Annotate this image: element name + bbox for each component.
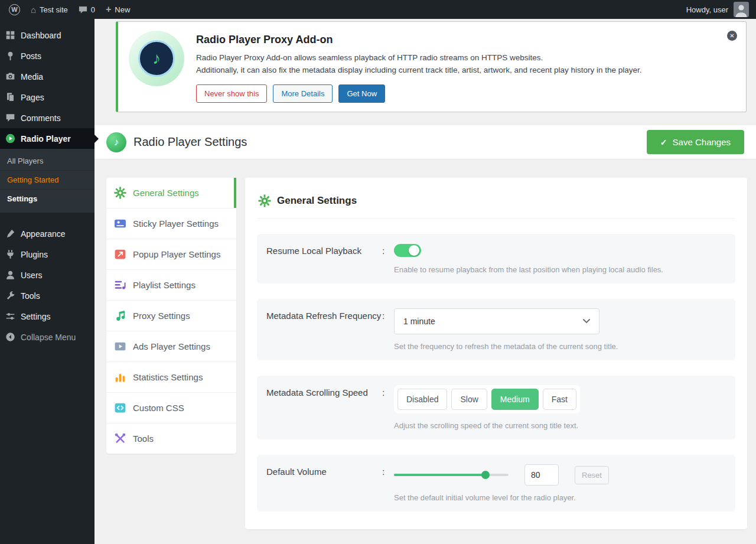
more-details-button[interactable]: More Details — [273, 84, 333, 103]
new-label: New — [115, 5, 130, 14]
sidebar-item-comments[interactable]: Comments — [0, 108, 94, 128]
never-show-button[interactable]: Never show this — [196, 84, 267, 103]
nav-label: Ads Player Settings — [133, 341, 210, 353]
sidebar-item-label: Comments — [21, 113, 61, 123]
nav-label: Sticky Player Settings — [133, 218, 219, 230]
pushpin-icon — [5, 51, 15, 61]
setting-label: Metadata Scrolling Speed — [266, 385, 382, 398]
setting-description: Adjust the scrolling speed of the curren… — [394, 421, 726, 430]
chevron-down-icon — [583, 319, 590, 324]
nav-playlist-settings[interactable]: Playlist Settings — [106, 270, 236, 301]
sidebar-item-label: Appearance — [21, 229, 66, 239]
nav-statistics-settings[interactable]: Statistics Settings — [106, 362, 236, 393]
nav-sticky-player-settings[interactable]: Sticky Player Settings — [106, 209, 236, 239]
sidebar-item-label: Plugins — [21, 250, 48, 259]
setting-description: Enable to resume playback from the last … — [394, 265, 726, 274]
notice-title: Radio Player Proxy Add-on — [196, 34, 642, 46]
speed-slow-button[interactable]: Slow — [451, 389, 487, 410]
sidebar-item-label: Collapse Menu — [21, 333, 76, 342]
nav-popup-player-settings[interactable]: Popup Player Settings — [106, 239, 236, 270]
sidebar-item-dashboard[interactable]: Dashboard — [0, 25, 94, 45]
panel-title: General Settings — [277, 195, 357, 207]
notice-body: Radio Player Proxy Add-on Radio Player P… — [196, 31, 642, 103]
volume-reset-button[interactable]: Reset — [575, 466, 609, 484]
sidebar-item-tools[interactable]: Tools — [0, 285, 94, 306]
sidebar-item-label: Users — [21, 271, 43, 280]
user-icon — [5, 270, 15, 280]
sidebar-item-pages[interactable]: Pages — [0, 87, 94, 108]
speed-fast-button[interactable]: Fast — [543, 389, 576, 410]
notice-line2: Additionally, it can also fix the metada… — [196, 64, 642, 77]
speed-disabled-button[interactable]: Disabled — [397, 389, 447, 410]
current-menu-arrow — [94, 134, 103, 144]
comments-count: 0 — [91, 5, 95, 14]
metadata-frequency-select[interactable]: 1 minute — [394, 308, 599, 334]
save-changes-label: Save Changes — [673, 137, 731, 147]
admin-sidebar: Dashboard Posts Media Pages Comments Rad… — [0, 19, 94, 544]
settings-wrap: General Settings Sticky Player Settings … — [94, 159, 756, 544]
proxy-music-icon — [114, 310, 126, 322]
sidebar-item-plugins[interactable]: Plugins — [0, 244, 94, 265]
nav-label: Popup Player Settings — [133, 249, 220, 260]
gear-icon — [114, 187, 126, 199]
nav-label: Proxy Settings — [133, 310, 190, 322]
separator: : — [382, 385, 394, 398]
sidebar-item-users[interactable]: Users — [0, 265, 94, 285]
wordpress-menu[interactable]: W — [4, 0, 25, 19]
setting-control: Reset — [394, 464, 726, 486]
gear-icon — [258, 194, 271, 207]
brush-icon — [5, 229, 15, 239]
music-note-icon: ♪ — [152, 50, 161, 67]
setting-label: Metadata Refresh Frequency — [266, 308, 382, 321]
music-note-icon: ♪ — [114, 137, 119, 147]
admin-bar: W ⌂ Test site 0 + New Howdy, user — [0, 0, 756, 19]
nav-tools[interactable]: Tools — [106, 424, 236, 454]
sidebar-item-label: Dashboard — [21, 31, 61, 40]
close-icon[interactable]: ✕ — [727, 31, 737, 41]
sidebar-item-settings[interactable]: Settings — [0, 306, 94, 327]
volume-input[interactable] — [524, 464, 559, 486]
addon-logo-inner: ♪ — [138, 40, 175, 77]
resume-playback-toggle[interactable] — [394, 244, 421, 257]
sidebar-item-label: Settings — [21, 312, 51, 321]
nav-general-settings[interactable]: General Settings — [106, 178, 236, 209]
speed-medium-button[interactable]: Medium — [491, 389, 539, 410]
sidebar-item-posts[interactable]: Posts — [0, 45, 94, 66]
setting-row-metadata-refresh-frequency: Metadata Refresh Frequency : 1 minute Se… — [257, 299, 735, 360]
ads-video-icon — [114, 340, 126, 353]
site-link[interactable]: ⌂ Test site — [25, 0, 73, 19]
howdy-text[interactable]: Howdy, user — [686, 5, 728, 14]
sidebar-item-radio-player[interactable]: Radio Player — [0, 128, 94, 149]
notice-actions: Never show this More Details Get Now — [196, 84, 642, 103]
volume-slider-thumb[interactable] — [481, 471, 490, 479]
comment-bubble-icon — [79, 5, 87, 14]
sidebar-item-collapse-menu[interactable]: Collapse Menu — [0, 327, 94, 347]
comments-link[interactable]: 0 — [73, 0, 100, 19]
setting-description: Set the frequency to refresh the metadat… — [394, 342, 726, 351]
submenu-getting-started[interactable]: Getting Started — [0, 171, 94, 190]
check-icon: ✓ — [660, 138, 667, 147]
save-changes-button[interactable]: ✓ Save Changes — [647, 130, 744, 154]
notice-line1: Radio Player Proxy Add-on allows seamles… — [196, 52, 642, 64]
new-menu[interactable]: + New — [100, 0, 135, 19]
nav-ads-player-settings[interactable]: Ads Player Settings — [106, 331, 236, 362]
camera-icon — [5, 71, 15, 82]
user-silhouette-icon — [734, 2, 749, 17]
sidebar-item-appearance[interactable]: Appearance — [0, 223, 94, 244]
site-name: Test site — [40, 5, 68, 14]
nav-label: Playlist Settings — [133, 279, 195, 291]
nav-proxy-settings[interactable]: Proxy Settings — [106, 301, 236, 331]
avatar[interactable] — [734, 2, 749, 17]
get-now-button[interactable]: Get Now — [338, 84, 385, 103]
collapse-arrow-icon — [5, 332, 15, 342]
nav-label: General Settings — [133, 187, 199, 199]
submenu-all-players[interactable]: All Players — [0, 152, 94, 171]
setting-label: Default Volume — [266, 464, 382, 477]
plug-icon — [5, 249, 15, 259]
page-header: ♪ Radio Player Settings ✓ Save Changes — [94, 125, 756, 159]
nav-custom-css[interactable]: Custom CSS — [106, 393, 236, 424]
volume-slider[interactable] — [394, 474, 509, 476]
submenu-settings[interactable]: Settings — [0, 190, 94, 208]
nav-label: Statistics Settings — [133, 372, 203, 383]
sidebar-item-media[interactable]: Media — [0, 66, 94, 87]
